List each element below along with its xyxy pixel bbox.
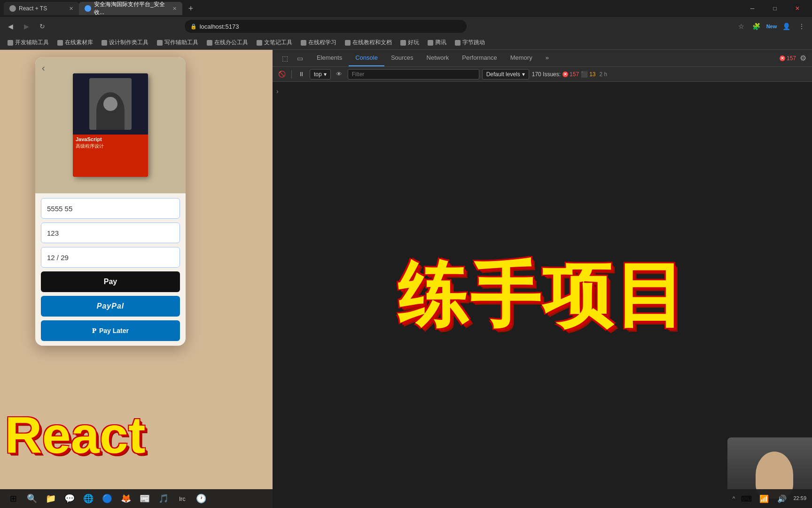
tab-memory[interactable]: Memory <box>504 50 539 66</box>
tab-more[interactable]: » <box>539 50 555 66</box>
bookmark-office[interactable]: 在线办公工具 <box>203 38 252 48</box>
bookmarks-bar: 开发辅助工具 在线素材库 设计制作类工具 写作辅助工具 在线办公工具 文笔记工具… <box>0 36 812 50</box>
bookmark-design[interactable]: 设计制作类工具 <box>98 38 152 48</box>
back-arrow[interactable]: ‹ <box>42 63 45 73</box>
bookmark-icon-4 <box>157 40 163 46</box>
console-filter-input[interactable] <box>348 69 479 79</box>
tab-performance[interactable]: Performance <box>455 50 503 66</box>
expiry-input[interactable] <box>41 247 180 268</box>
taskbar-zotero[interactable]: 📰 <box>137 491 152 506</box>
bookmark-label-8: 在线教程和文档 <box>352 39 392 47</box>
bookmark-icon-9 <box>400 40 406 46</box>
overlay-title-right: 练手项目 <box>398 260 687 330</box>
taskbar-edge[interactable]: 🔵 <box>100 491 115 506</box>
bookmark-label-5: 在线办公工具 <box>214 39 248 47</box>
account-icon[interactable]: 👤 <box>780 20 793 33</box>
forward-button[interactable]: ▶ <box>20 20 33 33</box>
issues-time: 2 h <box>600 71 608 78</box>
extensions-icon[interactable]: 🧩 <box>750 20 763 33</box>
pause-on-exception-icon[interactable]: ⏸ <box>296 69 307 80</box>
tab-memory-label: Memory <box>510 54 532 61</box>
tab-console[interactable]: Console <box>349 50 384 66</box>
bookmark-materials[interactable]: 在线素材库 <box>54 38 97 48</box>
minimize-button[interactable]: ─ <box>742 0 763 17</box>
clear-console-icon[interactable]: 🚫 <box>276 69 288 80</box>
tab-close-1[interactable]: ✕ <box>69 6 73 12</box>
new-tab-button[interactable]: + <box>184 2 197 15</box>
console-prompt-arrow[interactable]: › <box>276 87 279 95</box>
maximize-button[interactable]: □ <box>764 0 786 17</box>
product-image-area: ‹ JavaScript 高级程序设计 <box>35 57 186 193</box>
devtools-more-area: ✕ 157 ⚙ <box>780 54 810 63</box>
refresh-button[interactable]: ↻ <box>36 20 49 33</box>
tab-react-ts[interactable]: React + TS ✕ <box>4 2 79 15</box>
taskbar-volume-icon[interactable]: 🔊 <box>775 492 789 505</box>
tab-favicon-1 <box>9 5 16 12</box>
bookmark-icon-8 <box>345 40 351 46</box>
bookmark-label-2: 在线素材库 <box>65 39 93 47</box>
address-text: localhost:5173 <box>200 23 239 30</box>
bookmark-tutorials[interactable]: 在线教程和文档 <box>341 38 396 48</box>
taskbar-chrome[interactable]: 🌐 <box>81 491 96 506</box>
address-bar[interactable]: 🔒 localhost:5173 <box>185 20 467 33</box>
bookmark-icon-11 <box>455 40 461 46</box>
paylater-label: Pay Later <box>99 327 129 334</box>
back-button[interactable]: ◀ <box>4 20 17 33</box>
devtools-inspect-icon[interactable]: ⬚ <box>278 52 291 65</box>
toolbar-actions: ☆ 🧩 New 👤 ⋮ <box>735 20 808 33</box>
taskbar-clock-app[interactable]: 🕐 <box>194 491 209 506</box>
tab-payment[interactable]: 安全海淘国际支付平台_安全收... ✕ <box>79 2 182 15</box>
taskbar-search[interactable]: 🔍 <box>24 491 39 506</box>
taskbar-keyboard-icon[interactable]: ⌨ <box>740 492 753 505</box>
pay-button[interactable]: Pay <box>41 271 180 292</box>
taskbar-firefox[interactable]: 🦊 <box>118 491 133 506</box>
tab-close-2[interactable]: ✕ <box>172 6 177 12</box>
issues-error-icon: ✕ <box>562 71 568 77</box>
settings-gear-icon[interactable]: ⚙ <box>800 54 806 63</box>
error-count: 157 <box>787 55 796 62</box>
bookmark-bytedance[interactable]: 字节跳动 <box>451 38 489 48</box>
issues-label: 170 Issues: <box>532 71 561 78</box>
taskbar-music[interactable]: 🎵 <box>156 491 171 506</box>
bookmark-star-icon[interactable]: ☆ <box>735 20 748 33</box>
taskbar-time-display: 22:59 <box>793 495 806 502</box>
bookmark-notes[interactable]: 文笔记工具 <box>253 38 296 48</box>
start-button[interactable]: ⊞ <box>6 491 21 506</box>
taskbar-file-explorer[interactable]: 📁 <box>43 491 58 506</box>
book-cover-top <box>73 73 148 135</box>
taskbar-clock[interactable]: 22:59 <box>793 495 806 502</box>
tab-network-label: Network <box>427 54 449 61</box>
tab-sources[interactable]: Sources <box>384 50 420 66</box>
book-person-image <box>89 78 132 130</box>
taskbar-wechat[interactable]: 💬 <box>62 491 77 506</box>
eye-icon[interactable]: 👁 <box>334 69 345 80</box>
bookmark-icon-7 <box>301 40 306 46</box>
bookmark-writing[interactable]: 写作辅助工具 <box>153 38 202 48</box>
taskbar-wifi-icon[interactable]: 📶 <box>757 492 771 505</box>
context-selector[interactable]: top ▾ <box>310 69 331 79</box>
paylater-button[interactable]: 𝐏 Pay Later <box>41 320 180 341</box>
close-button[interactable]: ✕ <box>787 0 808 17</box>
tab-elements-label: Elements <box>317 54 342 61</box>
paypal-button[interactable]: PayPal <box>41 296 180 317</box>
tab-network[interactable]: Network <box>420 50 456 66</box>
tab-console-label: Console <box>355 54 378 61</box>
taskbar-lrc[interactable]: lrc <box>175 491 190 506</box>
taskbar-tray-expand[interactable]: ^ <box>733 495 735 502</box>
bookmark-label-11: 字节跳动 <box>462 39 485 47</box>
bookmark-learning[interactable]: 在线程学习 <box>297 38 340 48</box>
cvv-input[interactable] <box>41 222 180 243</box>
window-controls: ─ □ ✕ <box>742 0 808 17</box>
payment-ui: ‹ JavaScript 高级程序设计 Pay PayPal <box>35 57 186 346</box>
bookmark-dev-tools[interactable]: 开发辅助工具 <box>4 38 53 48</box>
bookmark-fun[interactable]: 好玩 <box>397 38 423 48</box>
issues-count-area: 170 Issues: ✕ 157 ⬛ 13 2 h <box>532 71 607 78</box>
devtools-responsive-icon[interactable]: ▭ <box>293 52 306 65</box>
bookmark-tencent[interactable]: 腾讯 <box>424 38 450 48</box>
book-cover: JavaScript 高级程序设计 <box>73 73 148 177</box>
menu-button[interactable]: ⋮ <box>795 20 808 33</box>
log-level-selector[interactable]: Default levels ▾ <box>482 69 529 79</box>
tab-elements[interactable]: Elements <box>310 50 349 66</box>
card-number-input[interactable] <box>41 198 180 219</box>
bookmark-icon-6 <box>257 40 262 46</box>
